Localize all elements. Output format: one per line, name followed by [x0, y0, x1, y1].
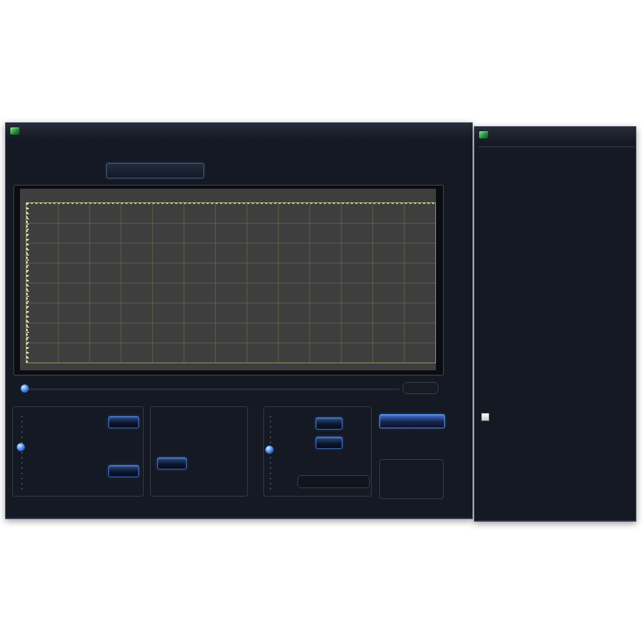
desktop	[0, 0, 644, 644]
trigger-group	[263, 406, 372, 497]
param-table	[478, 146, 634, 147]
params-app-icon	[479, 131, 488, 138]
run-button[interactable]	[379, 414, 445, 428]
main-titlebar[interactable]	[6, 123, 472, 138]
horizontal-scroll-handle[interactable]	[21, 384, 29, 393]
graticule	[26, 202, 436, 363]
waveform-parameters-window	[474, 126, 636, 522]
trigger-on-button-selected[interactable]	[316, 417, 343, 430]
horizontal-scroll-track[interactable]	[28, 388, 400, 390]
spectrum-analyzer-window	[5, 122, 473, 519]
params-titlebar[interactable]	[475, 127, 636, 142]
show-on-screen-checkbox[interactable]	[481, 413, 489, 421]
spectrum-trace	[26, 203, 435, 363]
freq-15k-button-selected[interactable]	[157, 457, 187, 469]
spectrum-display	[20, 189, 436, 370]
position-slider-track[interactable]	[21, 416, 23, 489]
menu-bar	[6, 138, 472, 155]
freq-range-group	[150, 406, 248, 497]
coupling-dc-button-selected[interactable]	[108, 465, 139, 477]
trigger-up-button-selected[interactable]	[316, 437, 343, 449]
trigger-level-slider-handle[interactable]	[265, 446, 274, 454]
volts-div-group	[12, 406, 144, 497]
app-icon	[10, 128, 19, 135]
position-slider-handle[interactable]	[17, 443, 25, 451]
persist-group	[379, 459, 444, 499]
tab-spectrum-analyzer[interactable]	[106, 163, 204, 178]
trigger-level-field[interactable]	[298, 475, 370, 488]
history-button[interactable]	[402, 382, 439, 394]
display-bezel	[14, 185, 444, 375]
volts-1v-button-selected[interactable]	[108, 416, 139, 428]
